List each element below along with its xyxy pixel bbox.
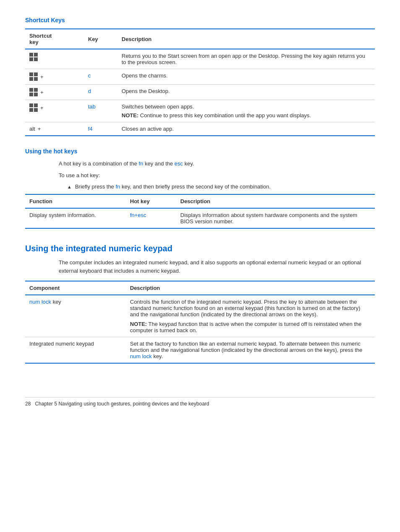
shortcut-cell (25, 49, 84, 69)
col-header-hotkey: Hot key (126, 194, 176, 208)
desc-cell: Closes an active app. (117, 122, 375, 136)
bullet-text: Briefly press the fn key, and then brief… (75, 183, 271, 190)
svg-rect-15 (34, 108, 38, 112)
table-row: Display system information. fn+esc Displ… (25, 208, 375, 228)
shortcut-combo: + (29, 88, 80, 96)
num-lock-inline: num lock (130, 353, 152, 359)
esc-key-inline: esc (174, 160, 183, 167)
component-cell: Integrated numeric keypad (25, 337, 126, 364)
shortcut-cell: + (25, 100, 84, 122)
hot-keys-table: Function Hot key Description Display sys… (25, 194, 375, 229)
plus-sign: + (40, 89, 44, 96)
desc-text: Switches between open apps. (122, 103, 371, 110)
desc-cell: Returns you to the Start screen from an … (117, 49, 375, 69)
fn-key-bullet: fn (116, 183, 120, 190)
key-value: c (88, 72, 91, 79)
function-cell: Display system information. (25, 208, 126, 228)
shortcut-cell: + (25, 69, 84, 85)
key-value: d (88, 88, 91, 94)
bullet-instruction: ▲ Briefly press the fn key, and then bri… (59, 183, 375, 190)
table-row: alt + f4 Closes an active app. (25, 122, 375, 136)
num-lock-key: num lock (29, 299, 51, 305)
table-row: + tab Switches between open apps. NOTE: … (25, 100, 375, 122)
key-cell: c (84, 69, 117, 85)
svg-rect-11 (34, 93, 38, 96)
plus-sign: + (40, 105, 44, 111)
component-cell: num lock key (25, 295, 126, 337)
numeric-keypad-title: Using the integrated numeric keypad (25, 244, 375, 253)
numeric-keypad-header-row: Component Description (25, 281, 375, 295)
windows-icon (29, 88, 38, 96)
desc-text: Controls the function of the integrated … (130, 299, 371, 318)
hot-keys-header-row: Function Hot key Description (25, 194, 375, 208)
svg-rect-13 (34, 103, 38, 107)
svg-rect-5 (34, 72, 38, 76)
svg-rect-10 (29, 93, 33, 96)
hot-keys-para1: A hot key is a combination of the fn key… (59, 160, 375, 168)
col-header-description: Description (126, 281, 375, 295)
svg-rect-1 (34, 53, 38, 57)
hot-keys-content: A hot key is a combination of the fn key… (25, 160, 375, 190)
desc-cell: Opens the charms. (117, 69, 375, 85)
footer-text: Chapter 5 Navigating using touch gesture… (35, 401, 209, 407)
shortcut-keys-table: Shortcutkey Key Description Returns you … (25, 28, 375, 136)
col-header-function: Function (25, 194, 126, 208)
numeric-keypad-para: The computer includes an integrated nume… (59, 258, 375, 275)
key-cell: tab (84, 100, 117, 122)
key-cell (84, 49, 117, 69)
bullet-icon: ▲ (67, 184, 72, 189)
shortcut-keys-header-row: Shortcutkey Key Description (25, 29, 375, 49)
col-header-shortcut-key: Shortcutkey (25, 29, 84, 49)
svg-rect-9 (34, 88, 38, 92)
desc-cell: Displays information about system hardwa… (176, 208, 375, 228)
table-row: + d Opens the Desktop. (25, 85, 375, 100)
key-cell: f4 (84, 122, 117, 136)
note-text: NOTE: Continue to press this key combina… (122, 112, 371, 119)
hot-keys-para2: To use a hot key: (59, 171, 375, 180)
hotkey-value: fn+esc (130, 212, 146, 218)
numeric-keypad-section: Using the integrated numeric keypad The … (25, 244, 375, 364)
note-text: NOTE: The keypad function that is active… (130, 321, 371, 333)
svg-rect-12 (29, 103, 33, 107)
hotkey-cell: fn+esc (126, 208, 176, 228)
hot-keys-section: Using the hot keys A hot key is a combin… (25, 148, 375, 229)
key-value: tab (88, 103, 96, 110)
windows-icon (29, 53, 38, 61)
desc-cell: Controls the function of the integrated … (126, 295, 375, 337)
svg-rect-3 (34, 57, 38, 61)
table-row: Returns you to the Start screen from an … (25, 49, 375, 69)
shortcut-combo: alt + (29, 126, 80, 132)
col-header-key: Key (84, 29, 117, 49)
desc-cell: Opens the Desktop. (117, 85, 375, 100)
svg-rect-0 (29, 53, 33, 57)
windows-icon (29, 72, 38, 81)
numeric-keypad-table: Component Description num lock key Contr… (25, 281, 375, 364)
plus-sign: + (40, 74, 44, 80)
page-footer: 28 Chapter 5 Navigating using touch gest… (25, 397, 375, 407)
windows-icon (29, 103, 38, 112)
svg-rect-2 (29, 57, 33, 61)
svg-rect-6 (29, 77, 33, 81)
svg-rect-14 (29, 108, 33, 112)
alt-key: alt (29, 126, 35, 132)
key-value: f4 (88, 126, 93, 132)
page-number: 28 (25, 401, 31, 407)
svg-rect-7 (34, 77, 38, 81)
shortcut-cell: + (25, 85, 84, 100)
shortcut-combo: + (29, 103, 80, 112)
plus-sign: + (38, 126, 41, 132)
numeric-keypad-content: The computer includes an integrated nume… (25, 258, 375, 275)
shortcut-combo: + (29, 72, 80, 81)
col-header-description: Description (117, 29, 375, 49)
shortcut-keys-title: Shortcut Keys (25, 17, 375, 23)
svg-rect-4 (29, 72, 33, 76)
col-header-description: Description (176, 194, 375, 208)
desc-cell: Switches between open apps. NOTE: Contin… (117, 100, 375, 122)
table-row: + c Opens the charms. (25, 69, 375, 85)
col-header-component: Component (25, 281, 126, 295)
desc-cell: Set at the factory to function like an e… (126, 337, 375, 364)
fn-key-inline: fn (139, 160, 143, 167)
key-cell: d (84, 85, 117, 100)
svg-rect-8 (29, 88, 33, 92)
table-row: Integrated numeric keypad Set at the fac… (25, 337, 375, 364)
